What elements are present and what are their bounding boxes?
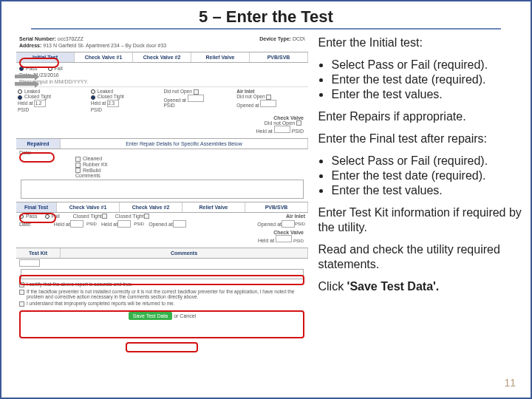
tab-final-test[interactable]: Final Test: [16, 202, 57, 212]
tab-repaired[interactable]: Repaired: [16, 139, 61, 149]
held-at-input[interactable]: [117, 220, 131, 228]
fail-label: Fail: [52, 214, 60, 219]
closed-tight-radio[interactable]: [91, 95, 95, 100]
did-not-open-check[interactable]: [296, 120, 301, 126]
address-label: Address:: [19, 43, 41, 48]
click-prefix: Click: [318, 280, 347, 293]
closed-tight-label: Closed Tight: [115, 214, 144, 219]
serial-label: Serial Number:: [19, 36, 56, 41]
disclaimer-3: I understand that improperly completed r…: [27, 301, 175, 306]
instructions-panel: Enter the Initial test: Select Pass or F…: [318, 35, 523, 368]
list-item: Enter the test values.: [331, 183, 523, 198]
closed-tight-check[interactable]: [102, 214, 107, 219]
fail-label: Fail: [55, 66, 63, 71]
list-item: Enter the test values.: [331, 87, 523, 102]
form-screenshot: Serial Number: occ370ZZZ Device Type: DC…: [16, 35, 309, 368]
psid-label: PSID: [164, 103, 175, 108]
tab-relief-valve[interactable]: Relief Valve: [183, 202, 245, 212]
rebuild-label: ReBuild: [83, 168, 101, 173]
opened-at-input[interactable]: [282, 220, 295, 228]
did-not-open-check[interactable]: [194, 89, 199, 95]
closed-tight-check[interactable]: [144, 214, 149, 219]
fail-radio[interactable]: [45, 214, 50, 219]
comments-textarea-2[interactable]: [21, 269, 304, 279]
closed-tight-label: Closed Tight: [24, 94, 51, 99]
serial-value: occ370ZZZ: [58, 36, 83, 41]
disclaimer-2-check[interactable]: [19, 290, 24, 295]
air-inlet-label: Air Inlet: [286, 214, 305, 219]
main-content: Serial Number: occ370ZZZ Device Type: DC…: [1, 30, 531, 368]
check-valve-label: Check Valve: [21, 115, 304, 120]
tab-check-valve-1[interactable]: Check Valve #1: [57, 202, 120, 212]
closed-tight-radio[interactable]: [18, 95, 22, 100]
rubber-kit-check[interactable]: [75, 163, 81, 168]
opened-at-label: Opened at: [164, 98, 186, 103]
air-inlet-label: Air Inlet: [236, 89, 307, 94]
comments-textarea[interactable]: [21, 180, 304, 199]
closed-tight-label: Closed Tight: [73, 214, 102, 219]
final-list: Select Pass or Fail (required). Enter th…: [318, 154, 523, 198]
address-value: 913 N Garfield St- Apartment 234 – By Do…: [43, 43, 166, 48]
device-label: Device Type:: [259, 36, 291, 41]
tab-check-valve-2[interactable]: Check Valve #2: [133, 52, 191, 62]
rubber-kit-label: Rubber Kit: [83, 162, 107, 167]
tab-check-valve-2[interactable]: Check Valve #2: [120, 202, 183, 212]
did-not-open-label: Did not Open: [236, 94, 265, 99]
held-at-label: Held at: [54, 222, 70, 227]
check-valve-label: Check Valve: [21, 230, 304, 235]
held-at-input[interactable]: [70, 220, 83, 228]
held-at-label: Held at: [258, 238, 274, 243]
disclaimer-3-check[interactable]: [19, 301, 24, 307]
tab-pvb-svb[interactable]: PVB/SVB: [245, 202, 308, 212]
repairs-text: Enter Repairs if appropriate.: [318, 109, 523, 124]
save-button[interactable]: Save Test Data: [129, 312, 172, 320]
held-at-label: Held at: [256, 129, 273, 134]
test-kit-select[interactable]: [19, 259, 40, 267]
initial-list: Select Pass or Fail (required). Enter th…: [318, 58, 523, 102]
opened-at-input[interactable]: [260, 100, 276, 107]
tab-pvb-svb[interactable]: PVB/SVB: [250, 52, 308, 62]
closed-tight-label: Closed Tight: [98, 94, 124, 99]
held-at-input[interactable]: 2.3: [107, 100, 119, 107]
cleaned-label: Cleaned: [83, 156, 102, 161]
held-at-label: Held at: [91, 100, 106, 106]
opened-at-label: Opened at: [149, 222, 173, 227]
pass-radio[interactable]: [19, 66, 24, 71]
held-at-input[interactable]: 1.2: [34, 100, 46, 107]
test-tabs: Initial Test Check Valve #1 Check Valve …: [16, 52, 308, 63]
pass-label: Pass: [26, 214, 38, 219]
psid-label: PSID: [91, 107, 102, 112]
opened-at-label: Opened at: [236, 103, 259, 108]
annotation-arrow: [15, 75, 35, 78]
pass-radio[interactable]: [19, 214, 24, 219]
disclaimer-1-check[interactable]: [19, 282, 24, 287]
final-heading: Enter the Final test after repairs:: [318, 132, 523, 146]
held-at-input[interactable]: [274, 126, 290, 133]
opened-at-input[interactable]: [173, 220, 186, 228]
opened-at-label: Opened at: [257, 222, 282, 227]
tab-check-valve-1[interactable]: Check Valve #1: [75, 52, 133, 62]
annotation-arrow: [15, 82, 35, 86]
click-bold: 'Save Test Data'.: [347, 280, 440, 293]
held-at-input[interactable]: [276, 235, 292, 242]
tab-test-kit[interactable]: Test Kit: [16, 248, 61, 258]
pass-label: Pass: [26, 66, 38, 71]
date-label: Date:: [19, 222, 32, 227]
list-item: Enter the test date (required).: [331, 72, 523, 87]
fail-radio[interactable]: [48, 66, 52, 71]
read-text: Read and check the utility required stat…: [318, 242, 523, 272]
slide-title: 5 – Enter the Test: [31, 1, 501, 30]
list-item: Select Pass or Fail (required).: [331, 154, 523, 168]
page-number: 11: [504, 377, 516, 389]
did-not-open-check[interactable]: [266, 95, 271, 100]
rebuild-check[interactable]: [75, 168, 81, 173]
initial-heading: Enter the Initial test:: [318, 35, 523, 50]
did-not-open-label: Did not Open: [164, 89, 192, 94]
cleaned-check[interactable]: [75, 157, 81, 162]
tab-initial-test[interactable]: Initial Test: [16, 52, 75, 62]
tab-relief-valve[interactable]: Relief Valve: [191, 52, 250, 62]
comments-header: Comments: [61, 248, 308, 258]
annotation-save-button: [126, 342, 198, 352]
cancel-link[interactable]: or Cancel: [174, 313, 196, 318]
opened-at-input[interactable]: [188, 95, 204, 102]
